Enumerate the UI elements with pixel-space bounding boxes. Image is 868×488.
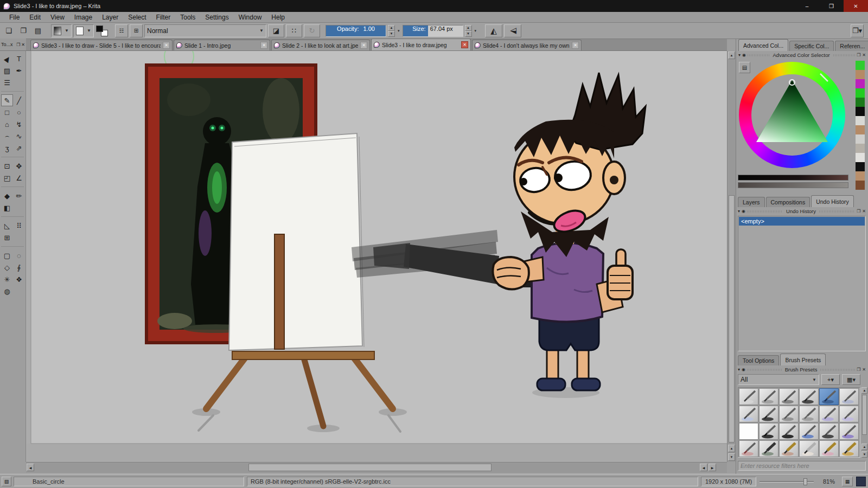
float-docker-icon[interactable]: ❐ <box>857 209 860 214</box>
brush-tag-filter-combo[interactable]: All ▼ <box>738 374 819 385</box>
tool-move[interactable]: ✥ <box>13 160 25 172</box>
document-tab-2[interactable]: Slide 1 - Intro.jpeg✕ <box>174 40 270 50</box>
minimize-button[interactable]: – <box>795 0 819 12</box>
chevron-down-icon[interactable]: ▾ <box>397 29 401 33</box>
document-tab-1[interactable]: Slide3 - I like to draw - Slide 5 - I li… <box>30 40 173 50</box>
zoom-mode-button[interactable]: ▦ <box>842 477 853 486</box>
brush-option-slider-1-button[interactable]: ☷ <box>115 24 128 37</box>
color-history-swatch[interactable] <box>856 88 865 98</box>
fg-bg-color-selector[interactable] <box>95 25 108 37</box>
color-history-swatch[interactable] <box>856 153 865 162</box>
scroll-left-icon[interactable]: ◀ <box>700 464 707 471</box>
tool-perspective-grid[interactable]: ⠿ <box>13 220 25 232</box>
collapse-docker-icon[interactable]: ▾ <box>738 367 740 372</box>
tool-gradient-edit[interactable]: ☰ <box>1 76 13 88</box>
canvas-only-mode-button[interactable] <box>856 477 866 486</box>
tool-bezier-curve[interactable]: ⌢ <box>1 130 13 142</box>
tool-color-picker[interactable]: ✏ <box>13 190 25 202</box>
shade-selector-bar-2[interactable] <box>738 182 848 188</box>
brush-preset-23[interactable] <box>819 440 839 457</box>
menu-settings[interactable]: Settings <box>200 12 233 22</box>
chevron-down-icon[interactable]: ▾ <box>474 29 478 33</box>
float-docker-icon[interactable]: ❐ <box>16 42 20 47</box>
save-button[interactable]: ▤ <box>31 24 44 37</box>
lock-docker-icon[interactable]: ◉ <box>742 367 745 372</box>
resource-filter-input[interactable] <box>738 461 866 471</box>
close-tab-icon[interactable]: ✕ <box>360 42 367 49</box>
brush-preset-5[interactable] <box>819 388 839 405</box>
tool-select-polygonal[interactable]: ◇ <box>1 261 13 273</box>
brush-preset-12[interactable] <box>839 406 859 422</box>
scroll-left-icon[interactable]: ◀ <box>27 464 34 471</box>
color-history-swatch[interactable] <box>856 144 865 153</box>
canvas-viewport[interactable] <box>26 51 727 462</box>
tool-calligraphy[interactable]: ✒ <box>13 65 25 76</box>
menu-tools[interactable]: Tools <box>175 12 200 22</box>
tool-freehand-path[interactable]: ∿ <box>13 130 25 142</box>
color-wheel[interactable] <box>738 61 846 170</box>
brush-preset-15[interactable] <box>779 423 799 440</box>
color-history-swatch[interactable] <box>856 134 865 144</box>
tool-dynamic-brush[interactable]: ʒ <box>1 142 13 154</box>
collapse-docker-icon[interactable]: ▾ <box>738 209 740 214</box>
close-button[interactable]: ✕ <box>844 0 868 12</box>
scroll-up-icon[interactable]: ▲ <box>861 387 867 394</box>
gradient-chooser[interactable]: ▼ <box>51 24 72 37</box>
menu-filter[interactable]: Filter <box>151 12 176 22</box>
tab-color-3[interactable]: Referen... <box>835 41 868 51</box>
tool-text[interactable]: T <box>13 53 25 65</box>
tab-layers-group-1[interactable]: Layers <box>738 197 765 207</box>
new-document-button[interactable]: ❏ <box>2 24 15 37</box>
tab-layers-group-2[interactable]: Compositions <box>766 197 810 207</box>
open-document-button[interactable]: ❐ <box>17 24 30 37</box>
document-tab-5[interactable]: Slide4 - I don't always like my own art.… <box>472 40 582 50</box>
close-docker-icon[interactable]: ✕ <box>21 42 25 47</box>
zoom-slider-handle[interactable] <box>803 478 807 485</box>
color-history-swatch[interactable] <box>856 79 865 88</box>
undo-history-item[interactable]: <empty> <box>739 217 865 226</box>
document-tab-3[interactable]: Slide 2 - I like to look at art.jpeg✕ <box>271 40 370 50</box>
workspace-chooser-button[interactable]: ❐▾ <box>851 24 864 37</box>
brush-preset-11[interactable] <box>819 406 839 422</box>
menu-select[interactable]: Select <box>123 12 151 22</box>
vertical-scroll-handle[interactable] <box>729 195 735 442</box>
brush-preset-2[interactable] <box>759 388 778 405</box>
color-history-swatch[interactable] <box>856 116 865 125</box>
brush-grid-scrollbar[interactable]: ▲ ▲ ▼ <box>861 387 867 458</box>
scroll-down-icon[interactable]: ▼ <box>728 453 735 461</box>
tool-select-shapes[interactable]: ▶ <box>1 53 13 65</box>
brush-grid-scroll-handle[interactable] <box>862 395 867 435</box>
brush-preset-22[interactable] <box>799 440 819 457</box>
tool-line[interactable]: ╱ <box>13 94 25 106</box>
close-tab-icon[interactable]: ✕ <box>461 41 468 48</box>
lock-docker-icon[interactable]: ◉ <box>742 209 745 214</box>
tool-select-magnetic[interactable]: ◍ <box>1 285 13 297</box>
preserve-alpha-button[interactable]: ∷ <box>286 24 302 37</box>
tool-polygon[interactable]: ⌂ <box>1 118 13 130</box>
saturation-value-triangle[interactable] <box>738 61 846 170</box>
scroll-right-icon[interactable]: ▶ <box>709 464 716 471</box>
tool-assistants[interactable]: ◺ <box>1 220 13 232</box>
menu-image[interactable]: Image <box>69 12 97 22</box>
tool-crop[interactable]: ⊡ <box>1 160 13 172</box>
color-history-swatch[interactable] <box>856 181 865 190</box>
opacity-slider[interactable]: Opacity: 1.00 <box>326 25 386 37</box>
close-docker-icon[interactable]: ✕ <box>862 53 866 57</box>
brush-preset-17[interactable] <box>819 423 839 440</box>
tool-freehand-brush[interactable]: ✎ <box>1 94 13 106</box>
tool-rectangle[interactable]: □ <box>1 106 13 118</box>
color-selector-settings-button[interactable]: ▤ <box>739 62 750 73</box>
tool-fill[interactable]: ◆ <box>1 190 13 202</box>
preset-view-mode-button[interactable]: ▦▾ <box>842 374 860 385</box>
close-tab-icon[interactable]: ✕ <box>572 42 579 49</box>
tool-ellipse[interactable]: ○ <box>13 106 25 118</box>
tool-gradient[interactable]: ◧ <box>1 202 13 214</box>
brush-preset-9[interactable] <box>779 406 799 422</box>
collapse-docker-icon[interactable]: ▾ <box>738 53 741 57</box>
tool-select-similar-color[interactable]: ✳ <box>1 273 13 285</box>
brush-preset-16[interactable] <box>799 423 819 440</box>
size-slider[interactable]: Size: 67.04 px <box>403 25 463 37</box>
brush-preset-18[interactable] <box>839 423 859 440</box>
menu-help[interactable]: Help <box>266 12 290 22</box>
menu-file[interactable]: File <box>4 12 24 22</box>
